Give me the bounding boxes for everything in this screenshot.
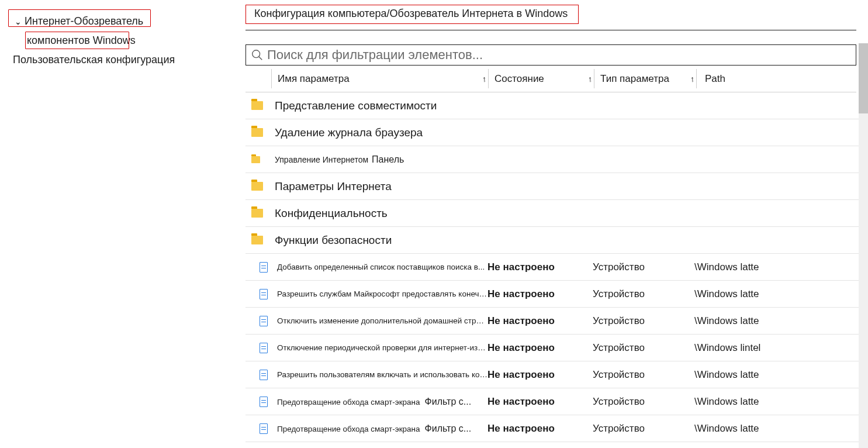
- folder-label: Функции безопасности: [271, 234, 487, 247]
- tree-item-label: Интернет-Обозреватель: [25, 15, 143, 27]
- setting-name: Добавить определенный список поставщиков…: [271, 263, 487, 271]
- setting-path: \Windows latte: [694, 369, 855, 381]
- document-icon: [260, 289, 268, 299]
- setting-state: Не настроено: [487, 342, 593, 354]
- scrollbar[interactable]: [859, 43, 868, 448]
- setting-state: Не настроено: [487, 315, 593, 327]
- document-icon: [260, 316, 268, 326]
- folder-label: Удаление журнала браузера: [271, 126, 487, 139]
- folder-icon: [251, 209, 263, 218]
- folder-row[interactable]: Удаление журнала браузера: [245, 119, 867, 146]
- sidebar: ⌄ Интернет-Обозреватель компонентов Wind…: [0, 0, 240, 70]
- setting-name: Отключить изменение дополнительной домаш…: [271, 316, 487, 325]
- setting-type: Устройство: [593, 342, 694, 354]
- setting-row[interactable]: Разрешить службам Майкрософт предоставля…: [245, 281, 867, 308]
- folder-label: Конфиденциальность: [271, 207, 487, 220]
- svg-line-1: [259, 57, 262, 60]
- folder-extra: Панель: [372, 154, 404, 164]
- setting-state: Не настроено: [487, 288, 593, 300]
- setting-state: Не настроено: [487, 261, 593, 273]
- setting-row[interactable]: Предотвращение обхода смарт-экранаФильтр…: [245, 415, 867, 442]
- setting-path: \Windows latte: [694, 288, 855, 300]
- sort-icon: ↑↓: [482, 74, 488, 84]
- setting-type: Устройство: [593, 396, 694, 408]
- setting-path: \Windows lintel: [694, 342, 855, 354]
- setting-name: Разрешить службам Майкрософт предоставля…: [271, 290, 487, 298]
- folder-label: Представление совместимости: [271, 99, 487, 112]
- setting-type: Устройство: [593, 261, 694, 273]
- document-icon: [260, 370, 268, 380]
- scrollbar-thumb[interactable]: [859, 43, 868, 113]
- sort-icon: ↑↓: [588, 74, 594, 84]
- svg-point-0: [253, 50, 260, 58]
- search-input[interactable]: [267, 47, 851, 63]
- setting-name-extra: Фильтр с...: [425, 423, 472, 433]
- setting-path: \Windows latte: [694, 423, 855, 435]
- setting-row[interactable]: Предотвращение обхода смарт-экранаФильтр…: [245, 388, 867, 415]
- folder-row[interactable]: Параметры Интернета: [245, 173, 867, 200]
- folder-label: Параметры Интернета: [271, 180, 487, 193]
- setting-row[interactable]: Добавить определенный список поставщиков…: [245, 254, 867, 281]
- document-icon: [260, 262, 268, 273]
- setting-type: Устройство: [593, 288, 694, 300]
- folder-icon: [251, 156, 260, 163]
- setting-row[interactable]: Отключение периодической проверки для ин…: [245, 335, 867, 361]
- setting-name: Предотвращение обхода смарт-экранаФильтр…: [271, 397, 487, 407]
- search-box[interactable]: [245, 44, 856, 66]
- tree-item-internet-explorer[interactable]: ⌄ Интернет-Обозреватель: [0, 12, 240, 31]
- setting-type: Устройство: [593, 369, 694, 381]
- setting-type: Устройство: [593, 423, 694, 435]
- column-header-path[interactable]: Path: [697, 73, 856, 85]
- setting-name-extra: Фильтр с...: [425, 397, 472, 406]
- setting-state: Не настроено: [487, 423, 593, 435]
- folder-label: Управление ИнтернетомПанель: [271, 154, 487, 165]
- document-icon: [260, 397, 268, 407]
- folder-row[interactable]: Представление совместимости: [245, 92, 867, 119]
- breadcrumb-bar: Конфигурация компьютера/Обозреватель Инт…: [245, 0, 856, 30]
- main-panel: Конфигурация компьютера/Обозреватель Инт…: [245, 0, 868, 448]
- column-header-state[interactable]: Состояние ↑↓: [489, 73, 594, 85]
- column-header-name[interactable]: Имя параметра ↑↓: [272, 73, 488, 85]
- folder-icon: [251, 236, 263, 244]
- setting-state: Не настроено: [487, 396, 593, 408]
- sort-icon: ↑↓: [690, 74, 696, 84]
- setting-path: \Windows latte: [694, 261, 855, 273]
- setting-name: Разрешить пользователям включать и испол…: [271, 370, 487, 379]
- tree-item-label: Пользовательская конфигурация: [13, 54, 175, 66]
- folder-row[interactable]: Функции безопасности: [245, 227, 867, 254]
- setting-row[interactable]: Разрешить пользователям включать и испол…: [245, 361, 867, 388]
- setting-name: Предотвращение обхода смарт-экранаФильтр…: [271, 423, 487, 434]
- folder-icon: [251, 128, 263, 137]
- document-icon: [260, 423, 268, 434]
- setting-name: Отключение периодической проверки для ин…: [271, 343, 487, 352]
- setting-row[interactable]: Отключить изменение дополнительной домаш…: [245, 308, 867, 335]
- folder-row[interactable]: Конфиденциальность: [245, 200, 867, 227]
- chevron-down-icon: ⌄: [13, 17, 23, 26]
- folder-icon: [251, 101, 263, 110]
- setting-path: \Windows latte: [694, 396, 855, 408]
- column-header-type[interactable]: Тип параметра ↑↓: [594, 73, 696, 85]
- folder-row[interactable]: Управление ИнтернетомПанель: [245, 146, 867, 173]
- breadcrumb: Конфигурация компьютера/Обозреватель Инт…: [245, 5, 579, 24]
- tree-item-label: компонентов Windows: [27, 35, 136, 47]
- grid-body[interactable]: Представление совместимостиУдаление журн…: [245, 92, 867, 448]
- setting-state: Не настроено: [487, 369, 593, 381]
- setting-path: \Windows latte: [694, 315, 855, 327]
- setting-type: Устройство: [593, 315, 694, 327]
- folder-icon: [251, 182, 263, 191]
- tree-item-user-config[interactable]: Пользовательская конфигурация: [0, 50, 240, 70]
- search-icon: [251, 49, 264, 61]
- grid-header: Имя параметра ↑↓ Состояние ↑↓ Тип параме…: [245, 66, 856, 92]
- document-icon: [260, 343, 268, 353]
- tree-item-windows-components[interactable]: компонентов Windows: [0, 31, 240, 50]
